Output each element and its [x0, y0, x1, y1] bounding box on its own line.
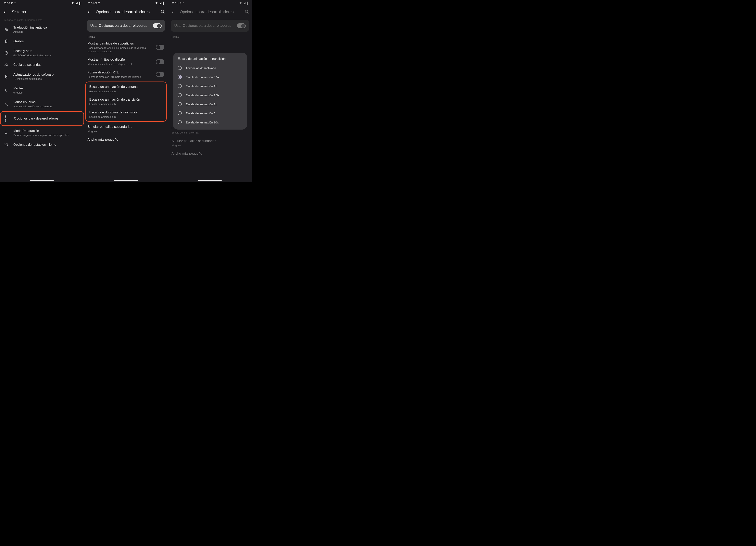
row-subtitle: Escala de animación 1x [89, 102, 163, 106]
svg-rect-2 [79, 2, 80, 5]
row-title: Mostrar cambios de superficies [88, 41, 151, 46]
row-subtitle: Activado [13, 30, 80, 34]
panel-devopts: 20:31 Opciones para desarrolladores Usar… [84, 0, 168, 182]
radio-option[interactable]: Escala de animación 2x [173, 100, 247, 109]
update-icon [4, 75, 9, 79]
devopt-row[interactable]: Escala de animación de transiciónEscala … [86, 95, 166, 108]
gesture-icon [4, 39, 9, 43]
radio-label: Escala de animación 0,5x [186, 75, 219, 79]
row-subtitle: Tu Pixel está actualizado [13, 77, 80, 81]
arrow-back-icon [3, 10, 7, 14]
braces-icon: { } [5, 114, 9, 123]
radio-label: Escala de animación 5x [186, 112, 217, 115]
repair-icon [4, 131, 9, 135]
dialog-scrim[interactable]: Escala de animación de transición Animac… [168, 0, 252, 182]
section-header: Dibujo [84, 34, 168, 39]
row-title: Escala de animación de ventana [89, 85, 163, 89]
radio-option[interactable]: Escala de animación 10x [173, 118, 247, 127]
clock-icon [4, 51, 9, 55]
row-subtitle: Has iniciado sesión como Juanma [13, 105, 80, 108]
back-button[interactable] [87, 9, 92, 14]
radio-icon [178, 111, 182, 115]
radio-icon [178, 93, 182, 97]
devopt-row[interactable]: Mostrar cambios de superficiesHace parpa… [84, 39, 168, 55]
settings-row[interactable]: Reglas0 reglas [0, 83, 84, 97]
row-title: Forzar dirección RTL [88, 70, 151, 75]
toggle-on[interactable] [153, 23, 162, 28]
devopt-list: Mostrar cambios de superficiesHace parpa… [84, 39, 168, 81]
devopt-row[interactable]: Escala de animación de ventanaEscala de … [86, 83, 166, 95]
radio-label: Escala de animación 1x [186, 84, 217, 88]
row-title: Simular pantallas secundarias [88, 125, 165, 129]
radio-icon [178, 66, 182, 70]
row-title: Varios usuarios [13, 100, 80, 104]
signal-icon [159, 2, 162, 5]
settings-row[interactable]: Fecha y horaGMT-06:00 Hora estándar cent… [0, 46, 84, 60]
row-title: Escala de duración de animación [89, 110, 163, 115]
row-title: Opciones de restablecimiento [13, 143, 80, 147]
wifi-icon [71, 2, 74, 5]
cloud-icon [4, 63, 9, 67]
page-title: Opciones para desarrolladores [96, 10, 156, 14]
svg-point-13 [161, 10, 164, 13]
row-title: Actualizaciones de software [13, 72, 80, 77]
radio-option[interactable]: Escala de animación 1x [173, 82, 247, 91]
status-icons [71, 2, 81, 5]
row-subtitle: 0 reglas [13, 91, 80, 95]
settings-row[interactable]: Modo ReparaciónEntorno seguro para la re… [0, 126, 84, 140]
settings-row[interactable]: Gestos [0, 36, 84, 46]
settings-row[interactable]: Copia de seguridad [0, 60, 84, 70]
devopt-row[interactable]: Escala de duración de animaciónEscala de… [86, 108, 166, 121]
row-subtitle: Escala de animación 1x [89, 115, 163, 119]
toggle-off[interactable] [156, 45, 164, 50]
svg-rect-11 [163, 2, 164, 5]
row-title: Mostrar límites de diseño [88, 57, 151, 62]
devopt-row[interactable]: Simular pantallas secundariasNinguna [84, 122, 168, 135]
devopt-row[interactable]: Forzar dirección RTLFuerza la dirección … [84, 68, 168, 81]
status-icons [155, 2, 164, 5]
devopt-row[interactable]: Ancho más pequeño [84, 135, 168, 144]
radio-icon [178, 75, 182, 79]
battery-icon [162, 2, 164, 5]
settings-row[interactable]: Traducción instantáneaActivado [0, 23, 84, 36]
devopt-row[interactable]: Mostrar límites de diseñoMuestra límites… [84, 55, 168, 68]
row-subtitle: Escala de animación 1x [89, 90, 163, 93]
radio-group: Animación desactivadaEscala de animación… [173, 63, 247, 127]
highlighted-group: Escala de animación de ventanaEscala de … [85, 82, 167, 122]
toggle-off[interactable] [156, 72, 164, 77]
status-bar: 20:30 [0, 0, 84, 6]
svg-point-5 [6, 42, 6, 43]
nav-handle[interactable] [30, 180, 54, 181]
radio-option[interactable]: Animación desactivada [173, 63, 247, 72]
row-title: Escala de animación de transición [89, 97, 163, 102]
radio-option[interactable]: Escala de animación 1,5x [173, 91, 247, 100]
users-icon [4, 102, 9, 106]
settings-row[interactable]: Actualizaciones de softwareTu Pixel está… [0, 70, 84, 83]
page-title: Sistema [12, 10, 81, 14]
row-subtitle: Muestra límites de vídeo, márgenes, etc. [88, 62, 151, 66]
search-button[interactable] [160, 9, 165, 14]
back-button[interactable] [3, 9, 7, 14]
row-subtitle: Hace parpadear todas las superficies de … [88, 46, 151, 53]
settings-row[interactable]: Varios usuariosHas iniciado sesión como … [0, 97, 84, 111]
radio-label: Animación desactivada [186, 66, 216, 70]
soccer-icon [94, 2, 97, 5]
row-title: Reglas [13, 86, 80, 90]
status-bar: 20:31 [84, 0, 168, 6]
settings-row[interactable]: { }Opciones para desarrolladores [0, 111, 84, 126]
radio-option[interactable]: Escala de animación 5x [173, 109, 247, 118]
wifi-icon [155, 2, 158, 5]
radio-option[interactable]: Escala de animación 0,5x [173, 72, 247, 82]
truncated-row: Teclado en pantalla, herramientas [0, 17, 84, 23]
master-toggle-card[interactable]: Usar Opciones para desarrolladores [87, 20, 165, 32]
row-title: Traducción instantánea [13, 25, 80, 30]
row-title: Ancho más pequeño [88, 137, 165, 142]
toggle-off[interactable] [156, 59, 164, 64]
row-title: Copia de seguridad [13, 63, 80, 67]
soccer-icon [14, 2, 16, 5]
dialog-title: Escala de animación de transición [173, 57, 247, 63]
row-title: Fecha y hora [13, 49, 80, 53]
translate-icon [4, 28, 9, 32]
settings-row[interactable]: Opciones de restablecimiento [0, 140, 84, 149]
nav-handle[interactable] [114, 180, 138, 181]
